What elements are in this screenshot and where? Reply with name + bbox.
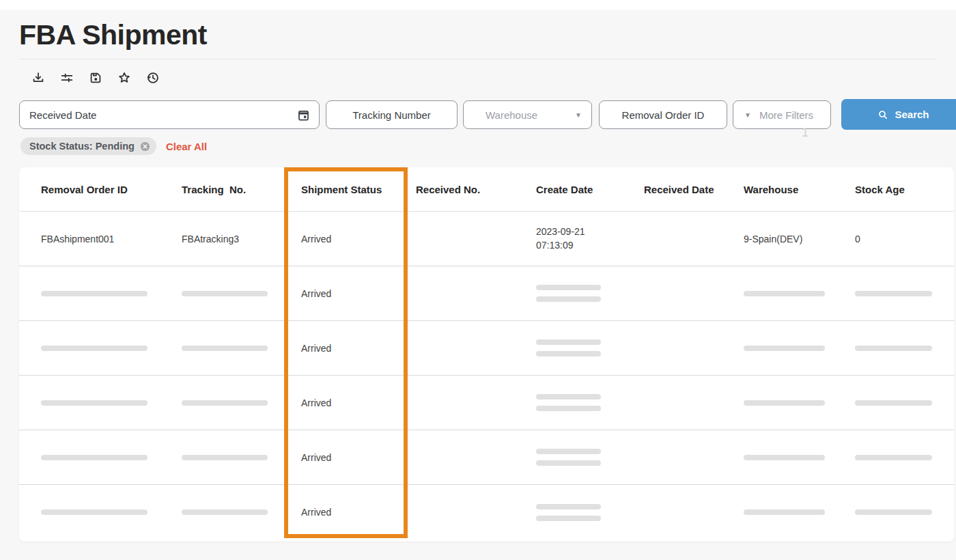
search-icon bbox=[877, 109, 888, 120]
save-file-icon[interactable] bbox=[88, 70, 103, 85]
cell-stock-age bbox=[836, 509, 954, 515]
table-row: Arrived bbox=[19, 321, 954, 376]
cell-shipment-status: Arrived bbox=[285, 288, 405, 299]
skeleton-bar bbox=[536, 406, 601, 411]
calendar-icon[interactable] bbox=[296, 108, 311, 122]
cell-create-date bbox=[519, 394, 627, 411]
cell-warehouse bbox=[724, 400, 836, 406]
cell-removal-order-id: FBAshipment001 bbox=[19, 234, 165, 244]
skeleton-bar bbox=[744, 509, 825, 515]
table-row: Arrived bbox=[19, 376, 954, 430]
cell-warehouse bbox=[724, 509, 836, 515]
cell-removal-order-id bbox=[19, 509, 165, 515]
column-header-create-date: Create Date bbox=[519, 184, 627, 195]
received-date-input[interactable]: Received Date bbox=[19, 100, 320, 129]
cell-removal-order-id bbox=[19, 400, 165, 406]
column-header-stock-age: Stock Age bbox=[836, 184, 954, 195]
cell-stock-age: 0 bbox=[836, 234, 954, 244]
cell-tracking-no: FBAtracking3 bbox=[165, 234, 285, 244]
cell-removal-order-id bbox=[19, 455, 165, 460]
cell-create-date: 2023-09-2107:13:09 bbox=[519, 225, 627, 252]
cell-warehouse: 9-Spain(DEV) bbox=[724, 234, 836, 244]
history-icon[interactable] bbox=[145, 70, 160, 85]
cell-warehouse bbox=[724, 291, 836, 296]
skeleton-bar bbox=[536, 296, 601, 302]
skeleton-bar bbox=[744, 400, 825, 406]
clear-all-button[interactable]: Clear All bbox=[166, 141, 207, 152]
removal-order-id-input[interactable]: Removal Order ID bbox=[599, 100, 727, 129]
cell-shipment-status: Arrived bbox=[285, 507, 405, 518]
skeleton-bar bbox=[536, 339, 601, 345]
cell-warehouse bbox=[724, 455, 836, 460]
chevron-down-icon: ▼ bbox=[744, 111, 751, 119]
skeleton-bar bbox=[536, 285, 601, 290]
skeleton-bar bbox=[41, 455, 147, 460]
cell-shipment-status: Arrived bbox=[285, 452, 405, 463]
table-row: Arrived bbox=[19, 485, 954, 540]
create-date-line: 07:13:09 bbox=[536, 239, 627, 253]
cell-tracking-no bbox=[165, 509, 285, 515]
more-filters-label: More Filters bbox=[759, 109, 813, 121]
column-header-received-date: Received Date bbox=[627, 184, 724, 195]
skeleton-stack bbox=[536, 339, 627, 356]
received-date-placeholder: Received Date bbox=[29, 109, 296, 121]
cell-removal-order-id bbox=[19, 346, 165, 351]
skeleton-bar bbox=[744, 455, 825, 460]
skeleton-bar bbox=[744, 346, 825, 351]
skeleton-bar bbox=[744, 291, 825, 296]
cell-tracking-no bbox=[165, 291, 285, 296]
warehouse-placeholder: Warehouse bbox=[486, 109, 575, 121]
removal-order-id-placeholder: Removal Order ID bbox=[622, 109, 705, 121]
cell-stock-age bbox=[836, 346, 954, 351]
filter-chip-stock-status[interactable]: Stock Status: Pending bbox=[20, 137, 156, 155]
skeleton-bar bbox=[182, 291, 268, 296]
cell-create-date bbox=[519, 339, 627, 356]
skeleton-bar bbox=[536, 516, 601, 521]
skeleton-bar bbox=[536, 460, 601, 466]
table-row: Arrived bbox=[19, 430, 954, 485]
skeleton-bar bbox=[855, 400, 932, 406]
search-button[interactable]: Search bbox=[841, 99, 956, 130]
cell-removal-order-id bbox=[19, 291, 165, 296]
search-label: Search bbox=[895, 109, 929, 120]
cell-tracking-no bbox=[165, 455, 285, 460]
skeleton-stack bbox=[536, 504, 627, 521]
cell-stock-age bbox=[836, 400, 954, 406]
cell-tracking-no bbox=[165, 400, 285, 406]
star-icon[interactable] bbox=[117, 70, 132, 85]
cell-tracking-no bbox=[165, 346, 285, 351]
cell-stock-age bbox=[836, 455, 954, 460]
filter-sliders-icon[interactable] bbox=[59, 70, 74, 85]
skeleton-bar bbox=[41, 291, 147, 296]
skeleton-bar bbox=[182, 400, 268, 406]
skeleton-bar bbox=[182, 509, 268, 515]
skeleton-bar bbox=[855, 291, 932, 296]
chip-remove-icon[interactable] bbox=[140, 141, 150, 152]
column-header-warehouse: Warehouse bbox=[724, 184, 836, 195]
table-header-row: Removal Order ID Tracking No. Shipment S… bbox=[19, 167, 954, 212]
skeleton-bar bbox=[182, 455, 268, 460]
skeleton-bar bbox=[855, 455, 932, 460]
download-icon[interactable] bbox=[31, 70, 46, 85]
cell-create-date bbox=[519, 504, 627, 521]
page-title: FBA Shipment bbox=[19, 19, 207, 51]
skeleton-bar bbox=[536, 394, 601, 400]
skeleton-stack bbox=[536, 394, 627, 411]
skeleton-bar bbox=[855, 509, 932, 515]
chip-label: Stock Status: Pending bbox=[29, 141, 135, 152]
tracking-number-input[interactable]: Tracking Number bbox=[326, 100, 458, 129]
skeleton-bar bbox=[536, 351, 601, 356]
skeleton-bar bbox=[41, 509, 147, 515]
top-band bbox=[0, 0, 956, 10]
cell-warehouse bbox=[724, 346, 836, 351]
cell-shipment-status: Arrived bbox=[285, 397, 405, 408]
toolbar bbox=[31, 70, 160, 85]
create-date-line: 2023-09-21 bbox=[536, 225, 627, 239]
skeleton-bar bbox=[855, 346, 932, 351]
more-filters-button[interactable]: ▼ More Filters bbox=[733, 100, 831, 129]
title-divider bbox=[19, 59, 937, 59]
text-cursor-artifact: 1 bbox=[802, 126, 809, 140]
table-body: FBAshipment001FBAtracking3Arrived2023-09… bbox=[19, 212, 954, 540]
warehouse-select[interactable]: Warehouse ▼ bbox=[463, 100, 592, 129]
column-header-removal-order-id: Removal Order ID bbox=[19, 184, 165, 195]
